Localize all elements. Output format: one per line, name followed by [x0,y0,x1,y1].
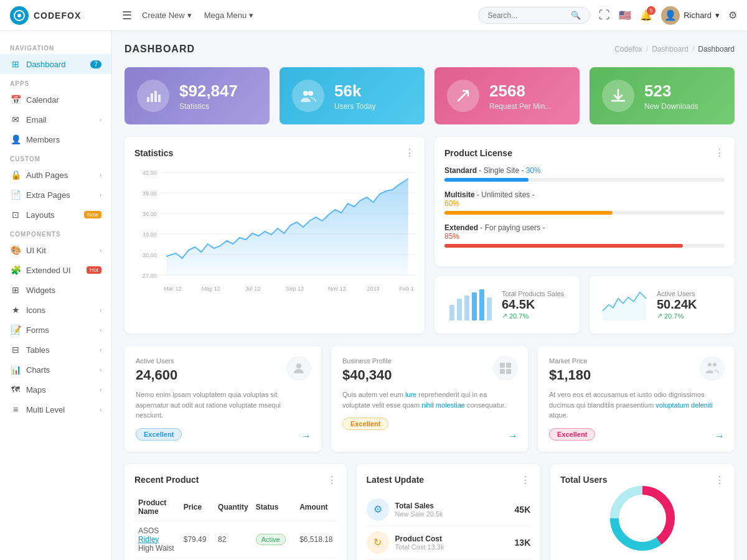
product-license-card: Product License ⋮ Standard - Single Site… [435,137,735,266]
topnav-right: 🔍 ⛶ 🇺🇸 🔔 5 👤 Richard ▾ ⚙ [478,6,737,25]
stat-card-downloads[interactable]: 523 New Downloads [590,67,735,124]
arrow-right-icon[interactable]: → [508,431,518,442]
sidebar-item-label: Members [26,135,60,144]
svg-rect-30 [472,292,477,320]
info-value: $40,340 [342,367,517,383]
statistics-icon [137,80,169,112]
mini-stat-label: Total Products Sales [502,290,570,297]
info-value: 24,600 [136,367,310,383]
info-link[interactable]: voluptatum deleniti [655,401,713,409]
info-card-market: Market Price $1,180 At vero eos et accus… [538,346,735,452]
product-qty: 82 [214,521,252,558]
mini-stat-products[interactable]: Total Products Sales 64.5K ↗ 20.7% [435,276,580,334]
info-badge[interactable]: Excellent [342,418,388,430]
sidebar-item-extra-pages[interactable]: 📄 Extra Pages › [0,185,111,205]
product-amount: $6,518.18 [296,521,336,558]
create-new-link[interactable]: Create New ▾ [142,11,192,20]
sidebar-item-icons[interactable]: ★ Icons › [0,300,111,320]
mega-menu-link[interactable]: Mega Menu ▾ [204,11,254,20]
statistics-menu-icon[interactable]: ⋮ [405,147,415,159]
new-badge: New [84,211,101,218]
requests-icon [447,80,479,112]
col-quantity: Quantity [214,493,252,521]
breadcrumb-dashboard[interactable]: Dashboard [652,45,688,54]
stat-card-info: $92,847 Statistics [179,82,238,111]
logo-text: CODEFOX [34,11,81,21]
total-users-menu-icon[interactable]: ⋮ [715,474,725,486]
sidebar-item-label: Maps [26,385,46,394]
status-badge: Active [256,534,286,545]
col-amount: Amount [296,493,336,521]
license-multisite: Multisite - Unlimited sites - 60% [444,190,725,215]
sidebar-item-calendar[interactable]: 📅 Calendar [0,90,111,110]
maps-icon: 🗺 [10,385,21,394]
statistics-card-header: Statistics ⋮ [134,147,415,159]
calendar-icon: 📅 [10,95,21,105]
notification-icon[interactable]: 🔔 5 [640,9,652,21]
breadcrumb-codefox[interactable]: Codefox [614,45,642,54]
sidebar-item-maps[interactable]: 🗺 Maps › [0,380,111,399]
search-icon: 🔍 [571,11,581,20]
sidebar-item-layouts[interactable]: ⊡ Layouts New [0,205,111,225]
sidebar-item-members[interactable]: 👤 Members [0,129,111,149]
sidebar-item-charts[interactable]: 📊 Charts › [0,360,111,380]
sidebar-item-label: Tables [26,345,50,355]
sidebar-item-ui-kit[interactable]: 🎨 UI Kit › [0,240,111,260]
search-box[interactable]: 🔍 [478,7,590,24]
info-card-active-users: Active Users 24,600 Nemo enim ipsam volu… [125,346,321,452]
sidebar-item-extended-ui[interactable]: 🧩 Extended UI Hot [0,260,111,280]
total-sales-icon: ⚙ [367,498,389,521]
sidebar-item-multi-level[interactable]: ≡ Multi Level › [0,399,111,419]
svg-point-6 [303,91,308,96]
extended-ui-icon: 🧩 [10,265,21,275]
col-status: Status [252,493,296,521]
sidebar-item-tables[interactable]: ⊟ Tables › [0,340,111,360]
license-menu-icon[interactable]: ⋮ [715,147,725,159]
sidebar-item-email[interactable]: ✉ Email › [0,110,111,129]
sidebar-item-label: Layouts [26,210,55,220]
trend-up-icon: ↗ [657,312,662,320]
license-standard: Standard - Single Site - 30% [444,166,725,182]
sidebar: NAVIGATION ⊞ Dashboard 7 APPS 📅 Calendar… [0,31,112,560]
recent-product-menu-icon[interactable]: ⋮ [327,474,337,486]
latest-update-menu-icon[interactable]: ⋮ [520,474,530,486]
logo[interactable]: CODEFOX [10,6,122,25]
info-badge[interactable]: Excellent [136,428,182,441]
info-value: $1,180 [549,367,723,383]
flag-icon[interactable]: 🇺🇸 [619,9,631,21]
arrow-right-icon[interactable]: → [301,431,311,442]
mini-stat-label: Active Users [657,290,725,297]
svg-rect-5 [158,95,161,102]
menu-hamburger-icon[interactable]: ☰ [122,9,132,22]
arrow-right-icon[interactable]: → [715,431,725,442]
mini-stat-active-users[interactable]: Active Users 50.24K ↗ 20.7% [590,276,735,334]
chevron-right-icon: › [100,192,101,198]
stat-value: 523 [644,82,698,101]
sidebar-item-forms[interactable]: 📝 Forms › [0,320,111,340]
sidebar-item-widgets[interactable]: ⊞ Widgets [0,280,111,300]
stat-card-info: 523 New Downloads [644,82,698,111]
table-row: ASOS Ridley High Waist $79.49 82 Active … [134,521,337,558]
license-bar-track [444,211,725,215]
license-bar-track [444,244,725,248]
stat-card-statistics[interactable]: $92,847 Statistics [125,67,270,124]
product-link[interactable]: Ridley [138,535,159,544]
product-cost-icon: ↻ [367,531,389,554]
sidebar-item-auth-pages[interactable]: 🔒 Auth Pages › [0,165,111,185]
stat-card-users[interactable]: 56k Users Today [280,67,425,124]
settings-icon[interactable]: ⚙ [728,9,737,21]
info-link[interactable]: lure [405,391,416,398]
expand-icon[interactable]: ⛶ [599,9,610,22]
stat-card-requests[interactable]: 2568 Request Per Min... [435,67,580,124]
license-bar-standard [444,178,529,182]
main-content: DASHBOARD Codefox / Dashboard / Dashboar… [112,31,747,560]
info-badge[interactable]: Excellent [549,428,595,441]
update-sub: New Sale 20.5k [395,510,509,518]
info-link2[interactable]: nihil molestiae [421,401,465,409]
search-input[interactable] [487,11,567,20]
dashboard-icon: ⊞ [10,59,21,69]
sidebar-item-dashboard[interactable]: ⊞ Dashboard 7 [0,54,111,74]
chart-svg: 42.00 39.00 36.00 33.00 30.00 27.00 Mar … [134,166,415,303]
svg-rect-29 [464,296,469,320]
user-info[interactable]: 👤 Richard ▾ [661,6,720,25]
